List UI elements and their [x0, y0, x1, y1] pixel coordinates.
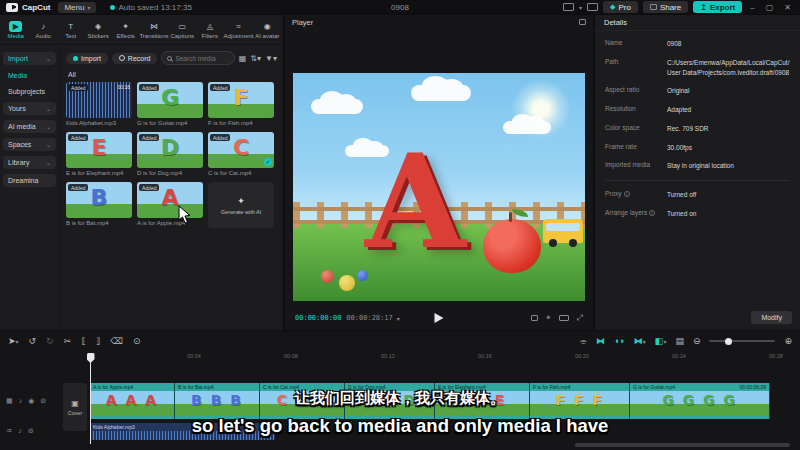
- sidebar-item-library[interactable]: Library ⌄: [3, 156, 56, 169]
- delete-icon[interactable]: ⌫: [110, 336, 123, 346]
- mirror-icon[interactable]: ⊙: [133, 336, 141, 346]
- track-thumbnail-icon[interactable]: ▦: [6, 397, 13, 405]
- pro-button[interactable]: ◆ Pro: [603, 1, 638, 13]
- clip-c-cat[interactable]: C is for Cat.mp4 C C C: [260, 383, 345, 419]
- media-tile-e-elephant[interactable]: E Added E is for Elephant.mp4: [66, 132, 132, 176]
- track-hide-icon[interactable]: ◉: [28, 397, 34, 405]
- close-button[interactable]: ✕: [781, 3, 794, 12]
- media-tile-g-guitar[interactable]: G Added G is for Guitar.mp4: [137, 82, 203, 126]
- media-tile-b-bat[interactable]: B Added B is for Bat.mp4: [66, 182, 132, 228]
- maximize-button[interactable]: ▢: [763, 3, 777, 12]
- modify-button[interactable]: Modify: [751, 311, 792, 324]
- panel-layout-icon[interactable]: [587, 3, 598, 11]
- undo-icon[interactable]: ↺: [29, 336, 37, 346]
- view-grid-icon[interactable]: ▦: [239, 54, 247, 63]
- fullscreen-icon[interactable]: ⤢: [577, 313, 583, 323]
- track-lock-icon[interactable]: ⊘: [28, 427, 34, 435]
- media-tile-d-dog[interactable]: D Added D is for Dog.mp4: [137, 132, 203, 176]
- track-mute-icon[interactable]: ♪: [18, 427, 22, 435]
- clip-f-fish[interactable]: F is for Fish.mp4 F F F: [530, 383, 630, 419]
- track-wave-icon[interactable]: ♒: [6, 427, 12, 435]
- chevron-down-icon: ⌄: [46, 141, 51, 148]
- clip-a-apple[interactable]: A is for Apple.mp4 A A A: [90, 383, 175, 419]
- import-button[interactable]: Import: [66, 53, 108, 64]
- tab-ai-avatar[interactable]: ◉ AI avatar: [254, 21, 281, 39]
- split-icon[interactable]: ✂: [64, 336, 72, 346]
- preview-quality-icon[interactable]: ⌖: [546, 313, 551, 323]
- tab-adjustment[interactable]: ≈ Adjustment: [224, 21, 254, 39]
- media-tile-a-apple[interactable]: A Added A is for Apple.mp4: [137, 182, 203, 228]
- media-filename: E is for Elephant.mp4: [66, 170, 132, 176]
- tab-audio[interactable]: ♪ Audio: [29, 21, 56, 39]
- track-height-icon[interactable]: ▤: [675, 336, 684, 346]
- timeline-scrollbar[interactable]: [575, 443, 790, 447]
- record-button[interactable]: Record: [112, 53, 158, 64]
- tab-filters[interactable]: ◬ Filters: [196, 21, 223, 39]
- clip-d-dog[interactable]: D is for Dog.mp4 D D D: [345, 383, 435, 419]
- tab-captions[interactable]: ▭ Captions: [169, 21, 196, 39]
- generate-with-ai-button[interactable]: ✦ Generate with AI: [208, 182, 274, 228]
- sidebar-item-dreamina[interactable]: Dreamina: [3, 174, 56, 187]
- timecode-chevron-icon[interactable]: ▾: [397, 315, 400, 322]
- ruler-tick: 00:16: [478, 353, 492, 359]
- minimize-button[interactable]: –: [747, 3, 757, 12]
- tab-transitions[interactable]: ⋈ Transitions: [139, 21, 168, 39]
- zoom-out-icon[interactable]: ⊖: [693, 336, 701, 346]
- sidebar-item-media[interactable]: Media: [3, 70, 56, 81]
- track-mute-icon[interactable]: ♪: [19, 397, 23, 405]
- zoom-slider-knob[interactable]: [725, 338, 732, 345]
- search-box[interactable]: [161, 51, 234, 65]
- aspect-ratio-icon[interactable]: [559, 315, 569, 321]
- delete-left-icon[interactable]: ⟦: [81, 336, 85, 346]
- delete-right-icon[interactable]: ⟧: [96, 336, 100, 346]
- sidebar-item-ai-media[interactable]: AI media ⌄: [3, 120, 56, 133]
- tab-media[interactable]: ▶ Media: [2, 21, 29, 39]
- filter-all-label[interactable]: All: [68, 71, 277, 78]
- zoom-in-icon[interactable]: ⊕: [784, 336, 792, 346]
- tab-stickers[interactable]: ◈ Stickers: [84, 21, 111, 39]
- tab-text[interactable]: T Text: [57, 21, 84, 39]
- voiceover-icon[interactable]: ⌯: [580, 336, 587, 347]
- redo-icon[interactable]: ↻: [46, 336, 54, 346]
- clip-e-elephant[interactable]: E is for Elephant.mp4 E E E: [435, 383, 530, 419]
- tab-effects[interactable]: ✦ Effects: [112, 21, 139, 39]
- layout-chevron-icon[interactable]: ▾: [579, 4, 582, 11]
- media-tile-f-fish[interactable]: F Added F is for Fish.mp4: [208, 82, 274, 126]
- clip-label: G is for Guitar.mp4: [633, 383, 675, 391]
- sidebar-item-yours[interactable]: Yours ⌄: [3, 102, 56, 115]
- share-button[interactable]: Share: [643, 1, 688, 13]
- sidebar-item-subprojects[interactable]: Subprojects: [3, 86, 56, 97]
- auto-link-icon[interactable]: ⧓▾: [634, 336, 646, 346]
- layout-toggle-icon[interactable]: [563, 3, 574, 11]
- snapshot-icon[interactable]: [531, 315, 538, 321]
- video-preview[interactable]: A: [293, 73, 585, 301]
- sort-icon[interactable]: ⇅▾: [250, 54, 261, 63]
- track-lock-icon[interactable]: ⊘: [40, 397, 46, 405]
- play-button[interactable]: [435, 313, 444, 323]
- clip-g-guitar[interactable]: G is for Guitar.mp4 00:00:06:09 G G G G: [630, 383, 770, 419]
- menu-button[interactable]: Menu ▾: [58, 2, 96, 13]
- sidebar-item-import[interactable]: Import ⌄: [3, 52, 56, 65]
- filter-icon[interactable]: ▼▾: [265, 54, 277, 63]
- playhead[interactable]: [90, 353, 91, 444]
- timeline-ruler[interactable]: 0 00:04 00:08 00:12 00:16 00:20 00:24 00…: [90, 351, 800, 363]
- clip-b-bat[interactable]: B is for Bat.mp4 B B B: [175, 383, 260, 419]
- sidebar-item-label: Yours: [8, 105, 26, 112]
- main-track-magnet-icon[interactable]: ◖◗: [614, 336, 625, 346]
- clip-frames: A A A: [90, 392, 174, 408]
- search-input[interactable]: [175, 55, 227, 62]
- media-tile-c-cat[interactable]: C Added ✓ C is for Cat.mp4: [208, 132, 274, 176]
- cover-button[interactable]: ▣ Cover: [63, 383, 87, 431]
- sidebar-item-label: AI media: [8, 123, 36, 130]
- audio-track-clip[interactable]: Kids Alphabet.mp3: [90, 423, 275, 440]
- preview-axis-icon[interactable]: ◧▾: [655, 336, 667, 346]
- detail-row-arrange-layers: Arrange layersi Turned on: [605, 209, 790, 219]
- select-tool-icon[interactable]: ➤▾: [8, 336, 19, 346]
- collapse-panel-icon[interactable]: [579, 19, 586, 25]
- export-button[interactable]: ↥ Export: [693, 1, 742, 13]
- media-tile-kids-alphabet[interactable]: Added 00:16 Kids Alphabet.mp3: [66, 82, 132, 126]
- sidebar-item-spaces[interactable]: Spaces ⌄: [3, 138, 56, 151]
- timeline-zoom-slider[interactable]: [709, 340, 775, 342]
- snap-toggle-icon[interactable]: ⧓: [596, 336, 605, 346]
- pro-label: Pro: [618, 3, 630, 12]
